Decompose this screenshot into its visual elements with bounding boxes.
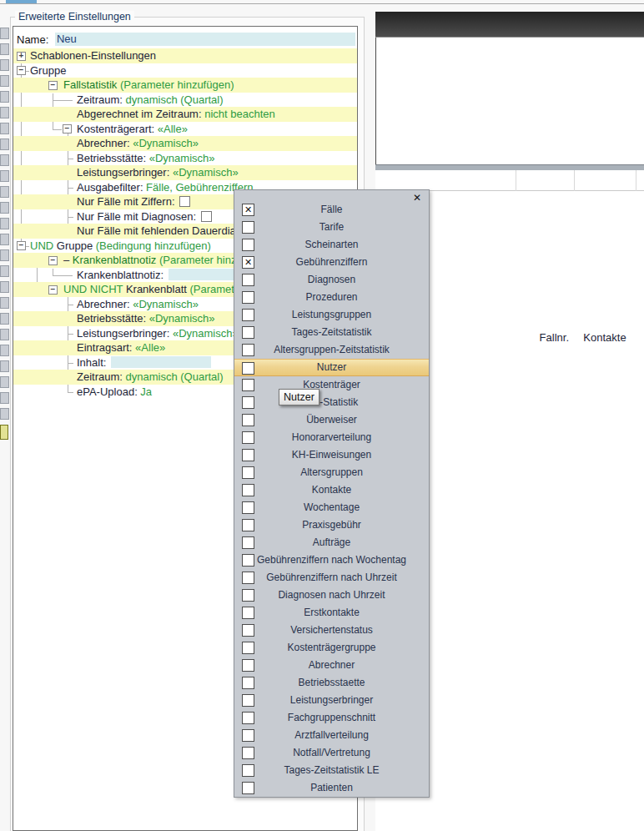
strip-row[interactable] bbox=[0, 75, 9, 87]
popup-item[interactable]: Nutzer bbox=[234, 359, 429, 376]
unchecked-checkbox[interactable] bbox=[242, 659, 254, 672]
unchecked-checkbox[interactable] bbox=[242, 782, 254, 794]
popup-item[interactable]: Erstkontakte bbox=[234, 604, 429, 622]
strip-row[interactable] bbox=[0, 28, 9, 39]
strip-row[interactable] bbox=[0, 313, 9, 325]
unchecked-checkbox[interactable] bbox=[242, 519, 254, 531]
popup-item[interactable]: Fachgruppenschnitt bbox=[234, 709, 429, 727]
tree-checkbox[interactable] bbox=[201, 211, 212, 222]
unchecked-checkbox[interactable] bbox=[242, 221, 254, 234]
popup-item[interactable]: Kostenträgergruppe bbox=[234, 639, 429, 657]
collapse-icon[interactable]: − bbox=[48, 256, 58, 265]
unchecked-checkbox[interactable] bbox=[242, 449, 254, 461]
unchecked-checkbox[interactable] bbox=[242, 729, 254, 742]
unchecked-checkbox[interactable] bbox=[242, 554, 254, 567]
strip-row[interactable] bbox=[0, 59, 9, 71]
popup-item[interactable]: Diagnosen bbox=[234, 271, 429, 289]
strip-row[interactable] bbox=[0, 392, 9, 404]
unchecked-checkbox[interactable] bbox=[242, 624, 254, 637]
popup-item[interactable]: Aufträge bbox=[234, 534, 429, 551]
popup-item[interactable]: Tages-Zeitstatistik bbox=[234, 324, 429, 341]
popup-item[interactable]: Leistungserbringer bbox=[234, 692, 429, 709]
popup-item[interactable]: Prozeduren bbox=[234, 289, 429, 306]
strip-row[interactable] bbox=[0, 360, 9, 372]
result-panel-separator[interactable] bbox=[375, 164, 644, 170]
strip-row[interactable] bbox=[0, 154, 9, 166]
unchecked-checkbox[interactable] bbox=[242, 589, 254, 602]
strip-row[interactable] bbox=[0, 123, 9, 134]
popup-item[interactable]: Scheinarten bbox=[234, 236, 429, 254]
unchecked-checkbox[interactable] bbox=[242, 362, 254, 375]
strip-row[interactable] bbox=[0, 265, 9, 277]
strip-row[interactable] bbox=[0, 345, 9, 356]
popup-item[interactable]: Überweiser bbox=[234, 411, 429, 429]
popup-item[interactable]: ✕Gebührenziffern bbox=[234, 254, 429, 271]
popup-item[interactable]: Tages-Zeitstatistik LE bbox=[234, 762, 429, 779]
unchecked-checkbox[interactable] bbox=[242, 607, 254, 619]
tree-row[interactable]: Zeitraum: dynamisch (Quartal) bbox=[13, 93, 357, 108]
unchecked-checkbox[interactable] bbox=[242, 642, 254, 654]
strip-row[interactable] bbox=[0, 202, 9, 214]
unchecked-checkbox[interactable] bbox=[242, 501, 254, 514]
tree-row[interactable]: Fallstatistik (Parameter hinzufügen) bbox=[13, 78, 357, 93]
strip-row[interactable] bbox=[0, 297, 9, 309]
popup-item[interactable]: Tarife bbox=[234, 219, 429, 236]
unchecked-checkbox[interactable] bbox=[242, 572, 254, 584]
tree-row[interactable]: Abgerechnet im Zeitraum: nicht beachten bbox=[13, 107, 357, 122]
collapse-icon[interactable]: − bbox=[17, 66, 26, 75]
tree-row[interactable]: Gruppe bbox=[13, 63, 357, 78]
unchecked-checkbox[interactable] bbox=[242, 379, 254, 391]
column-header-fallnr[interactable]: Fallnr. bbox=[516, 331, 569, 344]
expand-icon[interactable]: + bbox=[17, 52, 26, 61]
popup-item[interactable]: Wochentage bbox=[234, 499, 429, 516]
unchecked-checkbox[interactable] bbox=[242, 466, 254, 479]
checked-checkbox[interactable]: ✕ bbox=[242, 204, 254, 216]
checked-checkbox[interactable]: ✕ bbox=[242, 256, 254, 269]
popup-item[interactable]: Gebührenziffern nach Wochentag bbox=[234, 551, 429, 569]
tree-value-input[interactable] bbox=[111, 356, 211, 368]
unchecked-checkbox[interactable] bbox=[242, 309, 254, 321]
popup-item[interactable]: Betriebsstaette bbox=[234, 674, 429, 692]
strip-row[interactable] bbox=[0, 43, 9, 55]
strip-row[interactable] bbox=[0, 281, 9, 293]
strip-row[interactable] bbox=[0, 329, 9, 340]
unchecked-checkbox[interactable] bbox=[242, 431, 254, 444]
unchecked-checkbox[interactable] bbox=[242, 764, 254, 777]
unchecked-checkbox[interactable] bbox=[242, 344, 254, 356]
popup-item[interactable]: Notfall/Vertretung bbox=[234, 744, 429, 762]
strip-row[interactable] bbox=[0, 186, 9, 198]
strip-row[interactable] bbox=[0, 249, 9, 261]
popup-item[interactable]: Altersgruppen bbox=[234, 464, 429, 481]
unchecked-checkbox[interactable] bbox=[242, 484, 254, 496]
unchecked-checkbox[interactable] bbox=[242, 694, 254, 707]
tree-checkbox[interactable] bbox=[179, 196, 190, 207]
popup-item[interactable]: Kostenträger bbox=[234, 376, 429, 394]
unchecked-checkbox[interactable] bbox=[242, 712, 254, 724]
strip-row[interactable] bbox=[0, 138, 9, 150]
tree-row[interactable]: Leistungserbringer: «Dynamisch» bbox=[13, 165, 357, 180]
popup-item[interactable]: ✕Fälle bbox=[234, 201, 429, 219]
popup-item[interactable]: Kontakte bbox=[234, 481, 429, 499]
collapse-icon[interactable]: − bbox=[63, 124, 72, 133]
tree-row[interactable]: Abrechner: «Dynamisch» bbox=[13, 136, 357, 151]
popup-item[interactable]: Arztfallverteilung bbox=[234, 727, 429, 744]
popup-item[interactable]: KH-Einweisungen bbox=[234, 446, 429, 464]
popup-item[interactable]: Praxisgebühr bbox=[234, 516, 429, 534]
strip-row[interactable] bbox=[0, 91, 9, 103]
collapse-icon[interactable]: − bbox=[17, 241, 26, 250]
unchecked-checkbox[interactable] bbox=[242, 239, 254, 251]
popup-item[interactable]: Versichertenstatus bbox=[234, 622, 429, 639]
popup-item[interactable]: Patienten bbox=[234, 779, 429, 797]
strip-row[interactable] bbox=[0, 376, 9, 388]
unchecked-checkbox[interactable] bbox=[242, 677, 254, 689]
collapse-icon[interactable]: − bbox=[48, 81, 58, 90]
unchecked-checkbox[interactable] bbox=[242, 326, 254, 339]
popup-item[interactable]: BG-Statistik bbox=[234, 394, 429, 411]
strip-row[interactable] bbox=[0, 107, 9, 118]
close-icon[interactable]: ✕ bbox=[410, 191, 424, 204]
unchecked-checkbox[interactable] bbox=[242, 536, 254, 549]
unchecked-checkbox[interactable] bbox=[242, 747, 254, 759]
strip-row[interactable] bbox=[0, 234, 9, 245]
strip-row[interactable] bbox=[0, 408, 9, 420]
unchecked-checkbox[interactable] bbox=[242, 414, 254, 426]
